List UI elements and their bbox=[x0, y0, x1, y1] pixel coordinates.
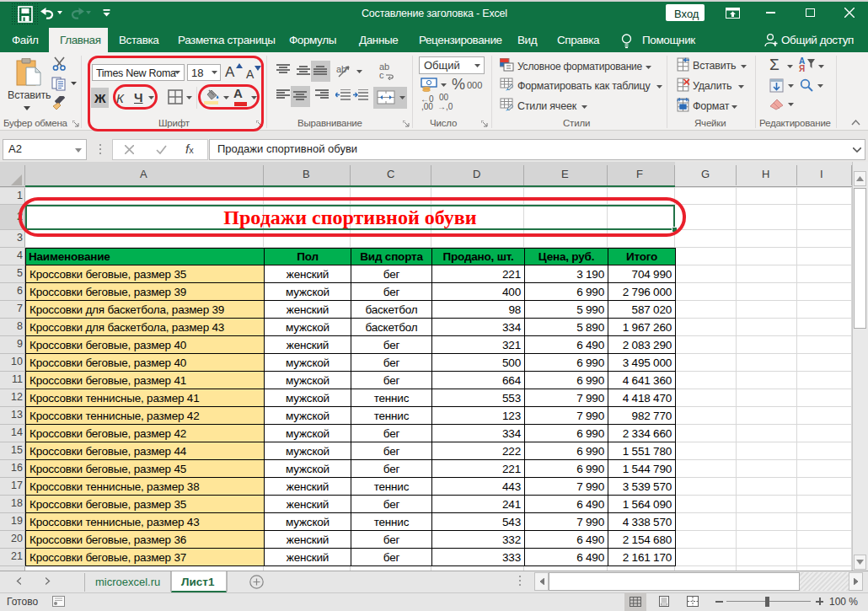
svg-text:ab: ab bbox=[336, 64, 346, 74]
svg-text:c: c bbox=[379, 70, 384, 80]
